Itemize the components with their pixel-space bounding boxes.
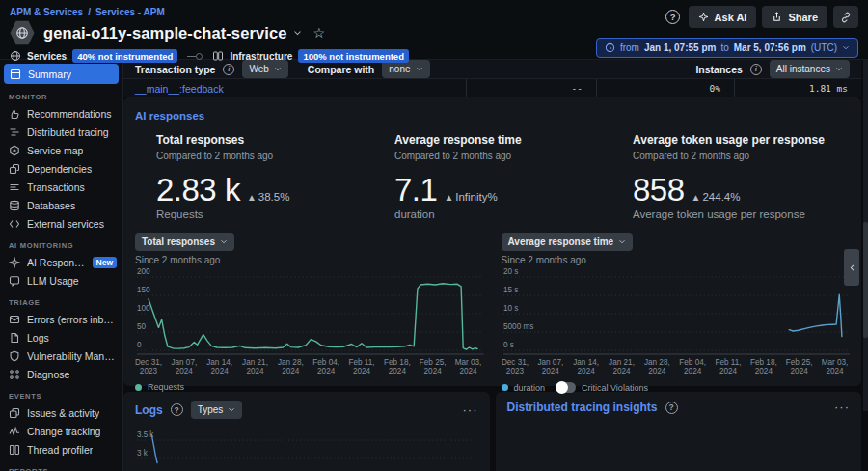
sidebar-item-recommendations[interactable]: Recommendations: [0, 104, 122, 123]
service-avatar: [10, 20, 35, 45]
kpi-total-responses: Total responses Compared to 2 months ago…: [135, 133, 373, 220]
transaction-name-link[interactable]: __main__:feedback: [123, 83, 224, 95]
sidebar-item-llm-usage[interactable]: LLM Usage: [0, 271, 122, 290]
tracing-insights-title-link[interactable]: Distributed tracing insights: [507, 401, 658, 414]
copy-icon: [9, 407, 20, 419]
svg-text:2024: 2024: [684, 367, 702, 375]
help-icon[interactable]: ?: [171, 403, 183, 416]
file-icon: [9, 332, 20, 344]
critical-violations-toggle[interactable]: [556, 382, 576, 393]
sidebar-item-label: Dependencies: [27, 163, 92, 175]
svg-text:2024: 2024: [353, 367, 371, 375]
breadcrumb-apm-services[interactable]: APM & Services: [10, 7, 83, 17]
ask-ai-button[interactable]: Ask AI: [689, 6, 757, 28]
sidebar-item-thread-profiler[interactable]: Thread profiler: [0, 440, 122, 458]
sidebar-item-change-tracking[interactable]: Change tracking: [0, 422, 122, 440]
logs-title-link[interactable]: Logs: [135, 403, 163, 417]
help-button[interactable]: ?: [664, 8, 683, 27]
sidebar-item-logs[interactable]: Logs: [0, 328, 122, 346]
info-icon[interactable]: i: [750, 64, 762, 75]
log-types-dropdown[interactable]: Types: [191, 401, 243, 419]
svg-text:0: 0: [137, 341, 142, 349]
svg-text:2024: 2024: [176, 367, 194, 375]
infrastructure-instrumentation-badge: 100% not instrumented: [298, 49, 409, 63]
logs-line-chart[interactable]: 3.5 k3 k: [135, 429, 478, 471]
sidebar-item-errors[interactable]: Errors (errors inbox): [0, 310, 122, 328]
chart-metric-dropdown[interactable]: Total responses: [135, 233, 234, 251]
sidebar-item-service-map[interactable]: Service map: [0, 141, 122, 159]
sidebar-item-summary[interactable]: Summary: [4, 64, 119, 84]
sidebar-item-transactions[interactable]: Transactions: [0, 178, 122, 196]
more-options-icon[interactable]: ···: [463, 405, 478, 415]
kpi-value: 858: [633, 174, 685, 206]
sparkle-icon: [698, 12, 709, 22]
hexagon-map-icon: [9, 145, 20, 156]
kpi-title: Average token usage per response: [633, 133, 850, 147]
page-title[interactable]: genai-o11y-sample-chat-service: [43, 24, 286, 42]
svg-text:2024: 2024: [317, 367, 336, 375]
infrastructure-icon: [212, 50, 224, 62]
app-window: APM & Services / Services - APM ? Ask AI…: [0, 0, 868, 471]
transaction-error-rate-value: 0%: [710, 83, 720, 94]
chart-metric-dropdown[interactable]: Average response time: [502, 233, 634, 251]
chart-metric-value: Total responses: [142, 236, 215, 247]
sidebar-item-label: Issues & activity: [27, 407, 99, 419]
ai-responses-title-link[interactable]: AI responses: [135, 110, 204, 122]
svg-text:Feb 04,: Feb 04,: [312, 358, 339, 367]
stack-icon: [9, 163, 20, 175]
svg-text:Jan 21,: Jan 21,: [609, 358, 635, 367]
breadcrumb-services-apm[interactable]: Services - APM: [95, 7, 165, 17]
svg-text:Jan 21,: Jan 21,: [242, 358, 268, 367]
sidebar-item-dependencies[interactable]: Dependencies: [0, 159, 122, 178]
requests-line-chart[interactable]: 200150100500Dec 31,2023Jan 07,2024Jan 14…: [135, 267, 484, 381]
delta-up-icon: ▲: [692, 192, 701, 203]
svg-text:20 s: 20 s: [502, 267, 517, 276]
brackets-icon: [9, 218, 20, 230]
sidebar-item-external-services[interactable]: External services: [0, 214, 122, 233]
duration-line-chart[interactable]: 20 s15 s10 s5000 ms0 sDec 31,2023Jan 07,…: [502, 267, 851, 381]
log-types-value: Types: [198, 404, 224, 415]
top-header: APM & Services / Services - APM ? Ask AI…: [0, 0, 868, 60]
svg-text:2024: 2024: [612, 367, 631, 375]
scrollbar-thumb[interactable]: [863, 222, 868, 338]
time-range-picker[interactable]: from Jan 1, 07:55 pm to Mar 5, 07:56 pm …: [596, 38, 858, 58]
breadcrumb-separator: /: [88, 7, 91, 17]
help-icon: ?: [665, 10, 680, 24]
share-icon: [772, 12, 782, 22]
sidebar-item-databases[interactable]: Databases: [0, 196, 122, 214]
svg-text:Jan 14,: Jan 14,: [206, 358, 232, 367]
svg-text:Mar 03,: Mar 03,: [821, 358, 848, 367]
ask-ai-label: Ask AI: [715, 12, 747, 23]
chevron-down-icon[interactable]: [293, 30, 302, 36]
instrumentation-toggle[interactable]: [187, 53, 203, 60]
svg-text:2024: 2024: [648, 367, 666, 375]
copy-link-button[interactable]: [833, 6, 858, 28]
time-to-word: to: [720, 42, 728, 53]
services-globe-icon: [10, 50, 21, 62]
more-options-icon[interactable]: ···: [834, 402, 850, 412]
svg-text:5000 ms: 5000 ms: [502, 322, 532, 331]
sidebar-item-label: AI Responses: [27, 257, 86, 268]
share-label: Share: [788, 12, 818, 23]
help-icon[interactable]: ?: [665, 402, 678, 414]
svg-text:100: 100: [137, 304, 150, 313]
kpi-average-token-usage: Average token usage per response Compare…: [611, 133, 850, 220]
info-icon[interactable]: i: [223, 64, 234, 75]
chart-since-label: Since 2 months ago: [135, 255, 484, 265]
sidebar-item-label: Transactions: [27, 181, 85, 193]
sidebar-item-label: Vulnerability Managem…: [27, 350, 117, 362]
share-button[interactable]: Share: [762, 6, 827, 28]
expand-panel-tab[interactable]: [844, 249, 859, 286]
svg-text:2024: 2024: [541, 367, 559, 375]
kpi-delta: 244.4%: [702, 191, 740, 203]
sidebar-item-vulnerability-management[interactable]: Vulnerability Managem…: [0, 346, 122, 365]
chart-legend: Requests: [135, 382, 484, 392]
sidebar-item-ai-responses[interactable]: AI ResponsesNew: [0, 253, 122, 271]
kpi-subtitle: Compared to 2 months ago: [394, 151, 611, 161]
sidebar-item-distributed-tracing[interactable]: Distributed tracing: [0, 123, 122, 141]
sidebar-item-diagnose[interactable]: Diagnose: [0, 365, 122, 383]
sidebar-item-issues-activity[interactable]: Issues & activity: [0, 403, 122, 422]
favorite-star-icon[interactable]: ☆: [312, 25, 325, 41]
time-from-word: from: [620, 42, 639, 53]
svg-text:2024: 2024: [459, 367, 477, 375]
